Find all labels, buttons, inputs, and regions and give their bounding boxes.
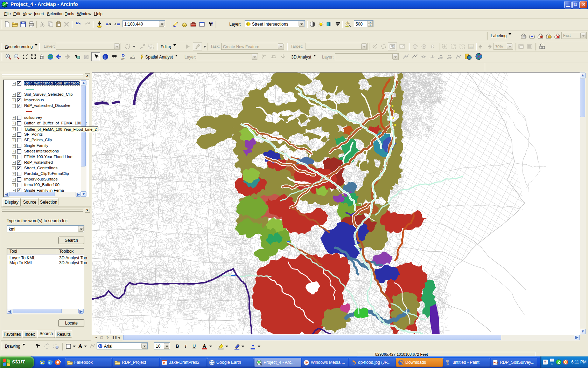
svg-text:XY: XY — [121, 57, 125, 60]
svg-text:?: ? — [544, 360, 546, 364]
svg-text:?: ? — [132, 54, 134, 57]
svg-text:?: ? — [211, 22, 213, 27]
svg-text:1:1: 1:1 — [469, 46, 473, 48]
svg-text:A: A — [203, 343, 206, 349]
svg-text:O: O — [99, 344, 102, 348]
svg-text:PDF: PDF — [493, 361, 498, 364]
svg-text:e: e — [48, 360, 50, 364]
svg-text:i: i — [104, 54, 106, 60]
svg-text:e: e — [41, 360, 43, 364]
